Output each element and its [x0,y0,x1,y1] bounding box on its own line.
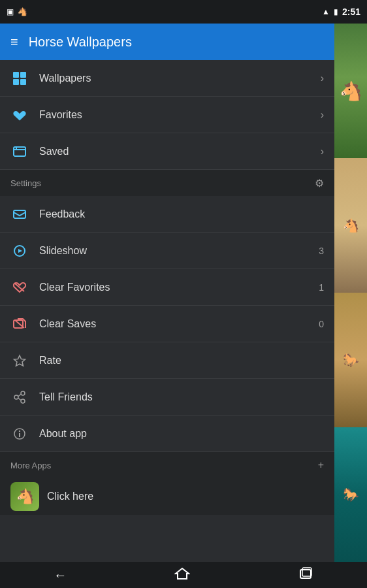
clear-saves-label: Clear Saves [39,318,308,330]
clear-saves-icon [10,315,29,333]
nav-bar: ← [0,562,367,588]
settings-label: Settings [10,178,41,188]
feedback-label: Feedback [39,208,324,220]
horse-app-icon: 🐴 [10,482,39,511]
more-apps-click-here[interactable]: 🐴 Click here [0,478,334,515]
rate-label: Rate [39,355,324,367]
menu-item-clear-saves[interactable]: Clear Saves 0 [0,306,334,342]
settings-gear-icon: ⚙ [315,177,324,189]
slideshow-count: 3 [319,246,324,256]
clear-favorites-icon [10,278,29,297]
menu-item-about[interactable]: About app [0,416,334,452]
status-time: 2:51 [342,7,360,17]
hamburger-icon[interactable]: ≡ [10,35,18,50]
slideshow-label: Slideshow [39,245,308,257]
saved-arrow: › [321,146,324,157]
svg-rect-0 [14,147,25,156]
svg-point-13 [19,430,20,431]
svg-point-8 [21,399,25,403]
battery-icon: ▮ [334,7,338,16]
saved-icon [10,142,29,161]
click-here-label: Click here [47,491,93,502]
home-button[interactable] [161,563,203,588]
menu-item-clear-favorites[interactable]: Clear Favorites 1 [0,269,334,306]
clear-favorites-label: Clear Favorites [39,282,308,293]
right-panel [334,24,367,562]
wallpapers-icon [10,69,29,88]
app-title: Horse Wallpapers [29,35,132,50]
svg-point-7 [14,395,18,399]
menu-item-saved[interactable]: Saved › [0,133,334,170]
clear-favorites-count: 1 [319,282,324,293]
drawer: ≡ Horse Wallpapers Wallpapers › [0,24,334,562]
more-apps-section: More Apps + 🐴 Click here [0,452,334,515]
wifi-icon: ▲ [322,7,330,16]
phone-icon: 🐴 [18,7,27,16]
status-bar-right: ▲ ▮ 2:51 [322,7,360,17]
tell-friends-label: Tell Friends [39,391,324,403]
about-icon [10,425,29,443]
thumbnail-2[interactable] [334,158,367,293]
svg-point-6 [21,391,25,395]
recents-button[interactable] [285,563,327,588]
menu-section: Wallpapers › Favorites › [0,60,334,562]
svg-rect-1 [14,210,25,218]
wallpapers-arrow: › [321,73,324,84]
thumbnail-1[interactable] [334,24,367,158]
svg-line-9 [18,394,21,396]
feedback-icon [10,205,29,223]
menu-item-feedback[interactable]: Feedback [0,196,334,233]
status-bar-left: ▣ 🐴 [7,7,27,16]
menu-item-wallpapers[interactable]: Wallpapers › [0,60,334,97]
more-apps-plus-icon: + [318,459,324,471]
horse-emoji: 🐴 [16,488,34,505]
settings-section-header: Settings ⚙ [0,170,334,196]
status-bar: ▣ 🐴 ▲ ▮ 2:51 [0,0,367,24]
favorites-arrow: › [321,109,324,121]
favorites-label: Favorites [39,109,310,121]
svg-rect-4 [14,320,23,328]
slideshow-icon [10,242,29,260]
rate-icon [10,351,29,370]
favorites-icon [10,106,29,124]
menu-item-favorites[interactable]: Favorites › [0,97,334,133]
thumbnail-3[interactable] [334,293,367,427]
svg-rect-15 [302,568,311,576]
app-bar: ≡ Horse Wallpapers [0,24,334,60]
tell-friends-icon [10,388,29,406]
more-apps-label: More Apps [10,461,51,470]
menu-item-tell-friends[interactable]: Tell Friends [0,379,334,416]
thumbnail-4[interactable] [334,427,367,562]
notification-icon: ▣ [7,7,14,16]
saved-label: Saved [39,146,310,157]
main-layout: ≡ Horse Wallpapers Wallpapers › [0,24,367,562]
svg-line-10 [18,398,21,400]
back-button[interactable]: ← [40,564,80,587]
more-apps-header: More Apps + [0,452,334,478]
wallpapers-label: Wallpapers [39,73,310,84]
menu-item-rate[interactable]: Rate [0,342,334,379]
clear-saves-count: 0 [319,319,324,329]
menu-item-slideshow[interactable]: Slideshow 3 [0,233,334,269]
about-label: About app [39,428,324,440]
